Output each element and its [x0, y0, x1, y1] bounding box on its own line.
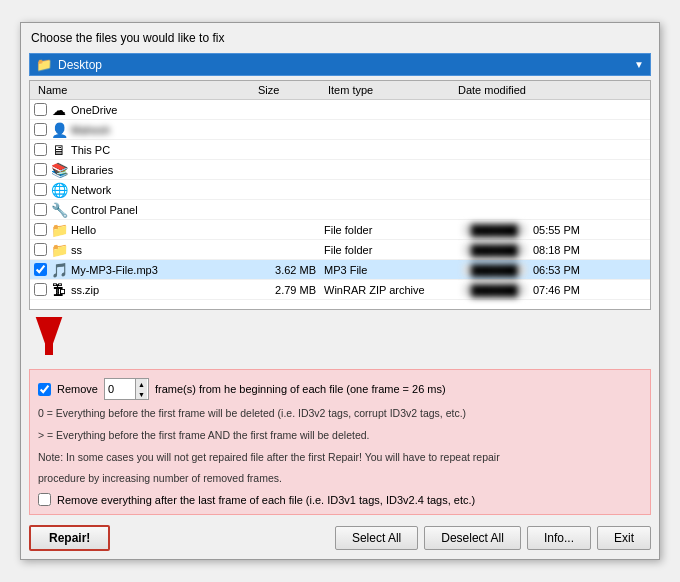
table-row[interactable]: 🖥This PC — [30, 140, 650, 160]
file-checkbox[interactable] — [34, 243, 47, 256]
file-item-type: WinRAR ZIP archive — [324, 284, 454, 296]
dialog-title: Choose the files you would like to fix — [21, 23, 659, 49]
file-name-cell: 🗜ss.zip — [34, 282, 254, 298]
file-name-cell: 🌐Network — [34, 182, 254, 198]
file-name: Control Panel — [71, 204, 138, 216]
file-checkbox[interactable] — [34, 283, 47, 296]
file-name-cell: 📚Libraries — [34, 162, 254, 178]
button-row: Repair! Select All Deselect All Info... … — [21, 517, 659, 559]
file-checkbox[interactable] — [34, 123, 47, 136]
frame-spinner[interactable]: ▲ ▼ — [104, 378, 149, 400]
col-name: Name — [34, 84, 254, 96]
file-type-icon: 📚 — [51, 162, 67, 178]
deselect-all-button[interactable]: Deselect All — [424, 526, 521, 550]
info-text-1: 0 = Everything before the first frame wi… — [38, 406, 642, 422]
spinner-arrows[interactable]: ▲ ▼ — [135, 379, 147, 399]
file-type-icon: 👤 — [51, 122, 67, 138]
spinner-down[interactable]: ▼ — [136, 389, 147, 399]
file-name: My-MP3-File.mp3 — [71, 264, 158, 276]
file-type-icon: 🖥 — [51, 142, 67, 158]
file-date-modified: ██████ 08:18 PM — [454, 244, 584, 256]
file-size: 2.79 MB — [254, 284, 324, 296]
file-name: ss.zip — [71, 284, 99, 296]
remove-label: Remove — [57, 383, 98, 395]
file-name: ss — [71, 244, 82, 256]
main-dialog: Choose the files you would like to fix 📁… — [20, 22, 660, 560]
file-checkbox[interactable] — [34, 143, 47, 156]
file-item-type: File folder — [324, 244, 454, 256]
file-type-icon: 📁 — [51, 222, 67, 238]
file-checkbox[interactable] — [34, 163, 47, 176]
file-name: Libraries — [71, 164, 113, 176]
file-checkbox[interactable] — [34, 203, 47, 216]
file-list-container: Name Size Item type Date modified ☁OneDr… — [29, 80, 651, 310]
file-date-modified: ██████ 06:53 PM — [454, 264, 584, 276]
file-item-type: MP3 File — [324, 264, 454, 276]
file-date-modified: ██████ 07:46 PM — [454, 284, 584, 296]
arrow-section — [21, 314, 659, 369]
remove-last-label: Remove everything after the last frame o… — [57, 494, 475, 506]
folder-icon: 📁 — [36, 57, 52, 72]
file-type-icon: 🗜 — [51, 282, 67, 298]
file-name-cell: 📁ss — [34, 242, 254, 258]
info-button[interactable]: Info... — [527, 526, 591, 550]
file-type-icon: 🔧 — [51, 202, 67, 218]
location-text: Desktop — [58, 58, 634, 72]
table-row[interactable]: 📁HelloFile folder██████ 05:55 PM — [30, 220, 650, 240]
file-date-modified: ██████ 05:55 PM — [454, 224, 584, 236]
file-checkbox[interactable] — [34, 223, 47, 236]
file-name-cell: 🔧Control Panel — [34, 202, 254, 218]
info-text-4: procedure by increasing number of remove… — [38, 471, 642, 487]
file-size: 3.62 MB — [254, 264, 324, 276]
file-type-icon: ☁ — [51, 102, 67, 118]
file-name-cell: 🎵My-MP3-File.mp3 — [34, 262, 254, 278]
table-row[interactable]: 👤Mahesh — [30, 120, 650, 140]
table-row[interactable]: 🎵My-MP3-File.mp33.62 MBMP3 File██████ 06… — [30, 260, 650, 280]
file-rows-container: ☁OneDrive👤Mahesh🖥This PC📚Libraries🌐Netwo… — [30, 100, 650, 300]
file-list-header: Name Size Item type Date modified — [30, 81, 650, 100]
file-checkbox[interactable] — [34, 263, 47, 276]
file-item-type: File folder — [324, 224, 454, 236]
remove-last-row: Remove everything after the last frame o… — [38, 493, 642, 506]
bottom-section: Remove ▲ ▼ frame(s) from he beginning of… — [29, 369, 651, 515]
file-type-icon: 🌐 — [51, 182, 67, 198]
info-text-2: > = Everything before the first frame AN… — [38, 428, 642, 444]
table-row[interactable]: 🗜ss.zip2.79 MBWinRAR ZIP archive██████ 0… — [30, 280, 650, 300]
frame-text: frame(s) from he beginning of each file … — [155, 383, 446, 395]
remove-row: Remove ▲ ▼ frame(s) from he beginning of… — [38, 378, 642, 400]
select-all-button[interactable]: Select All — [335, 526, 418, 550]
remove-last-checkbox[interactable] — [38, 493, 51, 506]
file-type-icon: 📁 — [51, 242, 67, 258]
down-arrow-icon — [29, 317, 109, 367]
col-date: Date modified — [454, 84, 584, 96]
location-dropdown-icon[interactable]: ▼ — [634, 59, 644, 70]
location-bar[interactable]: 📁 Desktop ▼ — [29, 53, 651, 76]
file-name: Hello — [71, 224, 96, 236]
table-row[interactable]: 📚Libraries — [30, 160, 650, 180]
file-name: OneDrive — [71, 104, 117, 116]
file-name-cell: 🖥This PC — [34, 142, 254, 158]
file-checkbox[interactable] — [34, 183, 47, 196]
col-type: Item type — [324, 84, 454, 96]
file-name-cell: 📁Hello — [34, 222, 254, 238]
file-type-icon: 🎵 — [51, 262, 67, 278]
file-name: Mahesh — [71, 124, 110, 136]
table-row[interactable]: ☁OneDrive — [30, 100, 650, 120]
spinner-up[interactable]: ▲ — [136, 379, 147, 389]
file-name: This PC — [71, 144, 110, 156]
table-row[interactable]: 🔧Control Panel — [30, 200, 650, 220]
file-name-cell: 👤Mahesh — [34, 122, 254, 138]
info-text-3: Note: In some cases you will not get rep… — [38, 450, 642, 466]
repair-button[interactable]: Repair! — [29, 525, 110, 551]
file-name: Network — [71, 184, 111, 196]
exit-button[interactable]: Exit — [597, 526, 651, 550]
table-row[interactable]: 📁ssFile folder██████ 08:18 PM — [30, 240, 650, 260]
table-row[interactable]: 🌐Network — [30, 180, 650, 200]
col-size: Size — [254, 84, 324, 96]
file-name-cell: ☁OneDrive — [34, 102, 254, 118]
file-checkbox[interactable] — [34, 103, 47, 116]
remove-checkbox[interactable] — [38, 383, 51, 396]
frame-input[interactable] — [105, 382, 135, 396]
